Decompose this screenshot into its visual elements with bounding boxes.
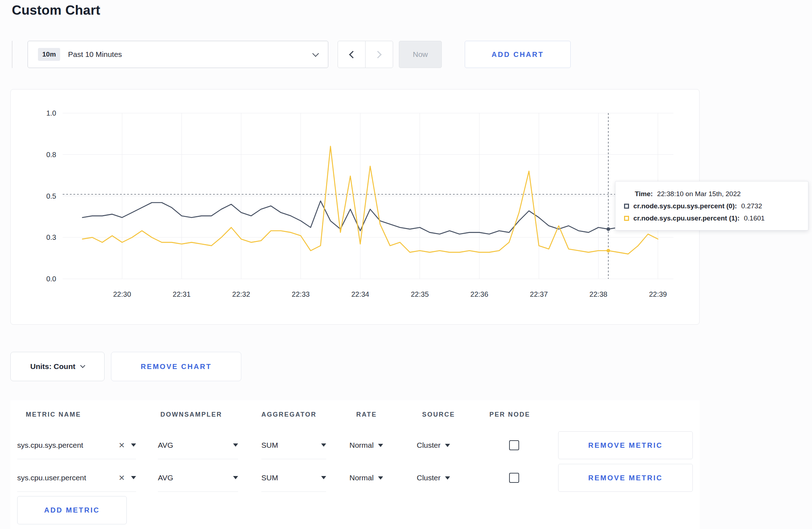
time-prev-button[interactable] (338, 41, 366, 68)
rate-select[interactable]: Normal (349, 464, 396, 492)
toolbar-divider (12, 41, 13, 68)
aggregator-select[interactable]: SUM (261, 431, 326, 459)
column-header-metric-name: METRIC NAME (26, 411, 81, 418)
clear-metric-icon[interactable]: × (119, 440, 125, 450)
chevron-down-icon (445, 476, 450, 480)
time-range-label: Past 10 Minutes (68, 50, 122, 59)
tooltip-time-label: Time: (635, 190, 653, 198)
column-header-downsampler: DOWNSAMPLER (160, 411, 222, 418)
chart-panel: 1.0 0.8 0.5 0.3 0.0 22:30 22:31 22:32 22… (10, 89, 700, 325)
x-tick-label: 22:31 (164, 290, 199, 299)
downsampler-value: AVG (158, 441, 173, 450)
metric-name-select[interactable]: sys.cpu.sys.percent × (17, 431, 136, 459)
per-node-checkbox[interactable] (509, 473, 519, 483)
timeseries-chart[interactable] (63, 113, 673, 279)
page-title: Custom Chart (12, 3, 100, 18)
source-select[interactable]: Cluster (417, 431, 460, 459)
x-tick-label: 22:33 (283, 290, 319, 299)
series-swatch-icon (624, 204, 629, 209)
tooltip-series-name: cr.node.sys.cpu.sys.percent (0): (633, 202, 737, 210)
tooltip-series-row: cr.node.sys.cpu.sys.percent (0): 0.2732 (624, 202, 799, 210)
units-select[interactable]: Units: Count (10, 352, 105, 381)
add-chart-button[interactable]: ADD CHART (465, 41, 571, 68)
tooltip-series-row: cr.node.sys.cpu.user.percent (1): 0.1601 (624, 214, 799, 222)
y-tick-label: 0.5 (46, 192, 56, 200)
downsampler-select[interactable]: AVG (158, 464, 238, 492)
plot-area[interactable] (63, 113, 673, 279)
aggregator-value: SUM (261, 474, 278, 482)
x-tick-label: 22:36 (461, 290, 497, 299)
x-tick-label: 22:37 (521, 290, 557, 299)
time-next-button[interactable] (365, 41, 393, 68)
chevron-down-icon (233, 443, 238, 447)
x-tick-label: 22:32 (223, 290, 259, 299)
metric-name-select[interactable]: sys.cpu.user.percent × (17, 464, 136, 492)
source-select[interactable]: Cluster (417, 464, 460, 492)
metric-name-value: sys.cpu.sys.percent (17, 441, 83, 450)
time-range-select[interactable]: 10m Past 10 Minutes (28, 41, 328, 68)
y-tick-label: 0.3 (46, 233, 56, 242)
x-tick-label: 22:34 (342, 290, 378, 299)
metrics-table: METRIC NAME DOWNSAMPLER AGGREGATOR RATE … (10, 400, 700, 529)
source-value: Cluster (417, 441, 441, 450)
y-tick-label: 0.0 (46, 275, 56, 283)
custom-chart-page: Custom Chart 10m Past 10 Minutes Now ADD… (0, 0, 812, 529)
chart-tooltip: Time:22:38:10 on Mar 15th, 2022 cr.node.… (615, 181, 808, 230)
add-metric-button[interactable]: ADD METRIC (17, 496, 127, 524)
tooltip-time: Time:22:38:10 on Mar 15th, 2022 (635, 190, 799, 198)
remove-metric-button[interactable]: REMOVE METRIC (558, 464, 693, 492)
remove-metric-button[interactable]: REMOVE METRIC (558, 431, 693, 459)
column-header-aggregator: AGGREGATOR (261, 411, 316, 418)
rate-value: Normal (349, 474, 374, 482)
tooltip-series-value: 0.2732 (741, 202, 762, 210)
time-nav-group (338, 41, 393, 68)
y-axis: 1.0 0.8 0.5 0.3 0.0 (21, 113, 56, 279)
chevron-left-icon (349, 50, 357, 58)
chevron-down-icon (321, 443, 326, 447)
metric-name-value: sys.cpu.user.percent (17, 474, 86, 482)
column-header-per-node: PER NODE (489, 411, 530, 418)
chevron-down-icon (131, 476, 136, 479)
metric-row: sys.cpu.user.percent × AVG SUM Normal Cl… (10, 462, 700, 494)
chevron-down-icon (321, 476, 326, 479)
column-header-source: SOURCE (422, 411, 455, 418)
chevron-down-icon (378, 444, 383, 447)
x-tick-label: 22:39 (640, 290, 676, 299)
downsampler-select[interactable]: AVG (158, 431, 238, 459)
tooltip-series-value: 0.1601 (744, 214, 765, 222)
x-tick-label: 22:35 (402, 290, 438, 299)
y-tick-label: 1.0 (46, 109, 56, 117)
now-button[interactable]: Now (399, 41, 442, 68)
chevron-down-icon (80, 363, 85, 368)
chevron-down-icon (378, 476, 383, 480)
x-tick-label: 22:30 (104, 290, 140, 299)
column-header-rate: RATE (356, 411, 377, 418)
series-swatch-icon (624, 216, 629, 221)
rate-select[interactable]: Normal (349, 431, 396, 459)
y-tick-label: 0.8 (46, 150, 56, 159)
remove-chart-button[interactable]: REMOVE CHART (111, 352, 241, 381)
downsampler-value: AVG (158, 474, 173, 482)
time-range-badge: 10m (38, 48, 60, 61)
aggregator-value: SUM (261, 441, 278, 450)
metric-row: sys.cpu.sys.percent × AVG SUM Normal Clu… (10, 429, 700, 462)
chevron-right-icon (374, 50, 382, 58)
chevron-down-icon (233, 476, 238, 479)
rate-value: Normal (349, 441, 374, 450)
chevron-down-icon (312, 50, 319, 57)
x-tick-label: 22:38 (580, 290, 616, 299)
chevron-down-icon (131, 443, 136, 447)
aggregator-select[interactable]: SUM (261, 464, 326, 492)
clear-metric-icon[interactable]: × (119, 473, 125, 483)
per-node-checkbox[interactable] (509, 440, 519, 450)
units-label: Units: Count (30, 362, 76, 371)
chevron-down-icon (445, 444, 450, 447)
source-value: Cluster (417, 474, 441, 482)
tooltip-series-name: cr.node.sys.cpu.user.percent (1): (633, 214, 740, 222)
tooltip-time-value: 22:38:10 on Mar 15th, 2022 (657, 190, 740, 198)
